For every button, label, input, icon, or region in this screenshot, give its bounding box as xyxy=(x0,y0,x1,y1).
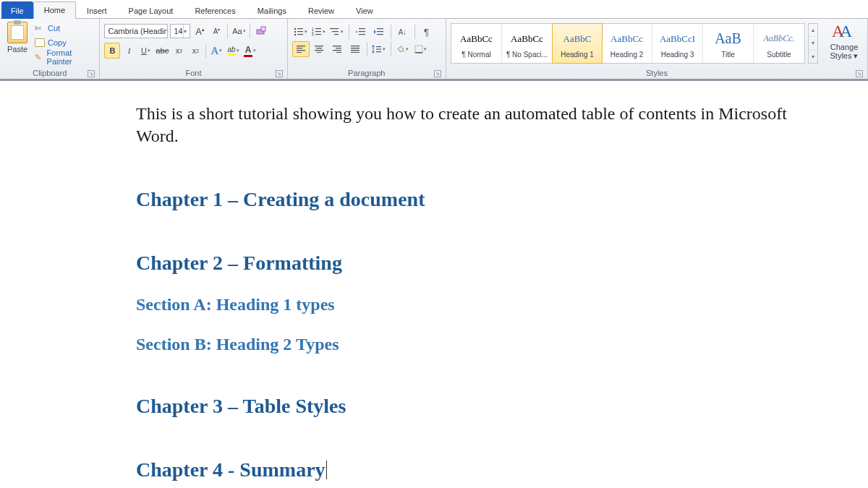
bullets-button[interactable]: ▾ xyxy=(292,24,310,40)
cut-button[interactable]: ✄ Cut xyxy=(33,22,95,35)
bullets-icon xyxy=(294,27,304,36)
style-label: ¶ No Spaci... xyxy=(503,51,550,59)
style-item-heading-2[interactable]: AaBbCcHeading 2 xyxy=(602,24,652,63)
svg-rect-13 xyxy=(315,34,321,35)
multilevel-list-button[interactable]: ▾ xyxy=(328,24,346,40)
gallery-more-button[interactable]: ▾ xyxy=(809,51,817,63)
font-size-select[interactable]: 14 ▾ xyxy=(170,24,190,38)
numbering-button[interactable]: 123▾ xyxy=(310,24,328,40)
style-preview: AaBbCc xyxy=(460,29,493,49)
style-label: Subtitle xyxy=(755,51,803,59)
group-font: Cambria (Headin ▾ 14 ▾ A▴ A▾ Aa▾ B I xyxy=(100,19,287,79)
tab-mailings[interactable]: Mailings xyxy=(247,1,297,19)
style-preview: AaBbCc xyxy=(511,29,543,49)
style-item-title[interactable]: AaBTitle xyxy=(703,24,754,63)
group-paragraph: ▾ 123▾ ▾ A↓ ¶ xyxy=(288,19,447,79)
grow-font-button[interactable]: A▴ xyxy=(192,24,207,38)
tab-home[interactable]: Home xyxy=(33,1,76,19)
style-item-heading-3[interactable]: AaBbCcIHeading 3 xyxy=(652,24,703,63)
svg-rect-23 xyxy=(377,34,383,35)
tab-references[interactable]: References xyxy=(184,1,246,19)
copy-button[interactable]: Copy xyxy=(33,36,95,49)
svg-rect-16 xyxy=(334,34,339,35)
svg-rect-18 xyxy=(359,31,365,32)
clipboard-dialog-launcher[interactable]: ↘ xyxy=(88,70,95,77)
font-dialog-launcher[interactable]: ↘ xyxy=(276,70,283,77)
show-hide-button[interactable]: ¶ xyxy=(418,24,435,40)
underline-button[interactable]: U▾ xyxy=(137,43,153,59)
paragraph-dialog-launcher[interactable]: ↘ xyxy=(434,70,441,77)
font-name-value: Cambria (Headin xyxy=(108,27,168,35)
svg-rect-29 xyxy=(315,46,323,46)
shrink-font-button[interactable]: A▾ xyxy=(209,24,224,38)
align-center-button[interactable] xyxy=(310,41,328,57)
svg-rect-37 xyxy=(351,46,359,46)
tab-page-layout[interactable]: Page Layout xyxy=(118,1,184,19)
paste-icon xyxy=(7,22,27,43)
svg-rect-26 xyxy=(297,48,302,48)
italic-button[interactable]: I xyxy=(121,43,137,59)
text-effects-button[interactable]: A▾ xyxy=(208,43,224,59)
gallery-down-button[interactable]: ▾ xyxy=(809,37,817,50)
style-preview: AaB xyxy=(715,29,741,49)
style-item-heading-1[interactable]: AaBbCHeading 1 xyxy=(552,23,603,64)
align-left-icon xyxy=(297,46,305,53)
document-area[interactable]: This is a short tutorial showing you how… xyxy=(0,81,868,488)
group-styles: AaBbCc¶ NormalAaBbCc¶ No Spaci...AaBbCHe… xyxy=(446,19,868,79)
svg-rect-7 xyxy=(297,34,303,35)
justify-icon xyxy=(351,46,359,53)
justify-button[interactable] xyxy=(346,41,364,57)
svg-rect-39 xyxy=(351,50,359,51)
increase-indent-button[interactable] xyxy=(370,24,388,40)
style-item--no-spaci-[interactable]: AaBbCc¶ No Spaci... xyxy=(502,24,553,63)
paste-label: Paste xyxy=(7,45,27,53)
align-right-button[interactable] xyxy=(328,41,346,57)
gallery-up-button[interactable]: ▴ xyxy=(809,24,817,37)
font-name-select[interactable]: Cambria (Headin ▾ xyxy=(104,24,168,38)
style-label: Heading 3 xyxy=(654,51,701,59)
borders-button[interactable]: ▾ xyxy=(412,41,430,57)
format-painter-button[interactable]: ✎ Format Painter xyxy=(33,51,95,64)
svg-marker-43 xyxy=(372,51,375,53)
svg-marker-24 xyxy=(374,30,376,34)
tab-view[interactable]: View xyxy=(345,1,384,19)
bold-button[interactable]: B xyxy=(104,43,120,59)
shading-button[interactable]: ▾ xyxy=(394,41,412,57)
font-color-button[interactable]: A ▾ xyxy=(242,43,258,59)
highlight-button[interactable]: ab ▾ xyxy=(225,43,241,59)
decrease-indent-button[interactable] xyxy=(352,24,370,40)
change-styles-button[interactable]: AA Change Styles ▾ xyxy=(825,22,863,60)
sort-button[interactable]: A↓ xyxy=(394,24,412,40)
svg-rect-45 xyxy=(376,49,381,50)
style-preview: AaBbCc xyxy=(610,29,643,49)
clear-formatting-button[interactable] xyxy=(254,24,268,38)
tab-review[interactable]: Review xyxy=(297,1,345,19)
svg-point-6 xyxy=(294,34,296,35)
paste-button[interactable]: Paste xyxy=(4,20,30,53)
svg-rect-33 xyxy=(333,46,341,46)
styles-dialog-launcher[interactable]: ↘ xyxy=(856,70,863,77)
line-spacing-button[interactable]: ▾ xyxy=(370,41,388,57)
line-spacing-icon xyxy=(372,45,382,53)
tab-file[interactable]: File xyxy=(1,1,33,19)
subscript-button[interactable]: x2 xyxy=(171,43,187,59)
style-item-subtitle[interactable]: AaBbCc.Subtitle xyxy=(754,24,804,63)
svg-point-4 xyxy=(294,31,296,33)
superscript-button[interactable]: x2 xyxy=(187,43,203,59)
svg-rect-49 xyxy=(415,52,422,53)
tab-insert[interactable]: Insert xyxy=(76,1,118,19)
align-center-icon xyxy=(315,46,323,53)
svg-rect-40 xyxy=(351,52,359,53)
svg-rect-27 xyxy=(297,50,305,51)
svg-rect-46 xyxy=(376,51,381,52)
svg-point-2 xyxy=(294,28,296,30)
style-item--normal[interactable]: AaBbCc¶ Normal xyxy=(451,24,502,63)
copy-label: Copy xyxy=(48,38,67,47)
heading-section-b: Section B: Heading 2 Types xyxy=(136,335,868,354)
strikethrough-button[interactable]: abe xyxy=(154,43,170,59)
borders-icon xyxy=(414,45,423,53)
align-left-button[interactable] xyxy=(292,41,310,57)
change-case-button[interactable]: Aa▾ xyxy=(231,24,246,38)
svg-rect-42 xyxy=(373,47,374,51)
heading-chapter-3: Chapter 3 – Table Styles xyxy=(136,395,868,418)
